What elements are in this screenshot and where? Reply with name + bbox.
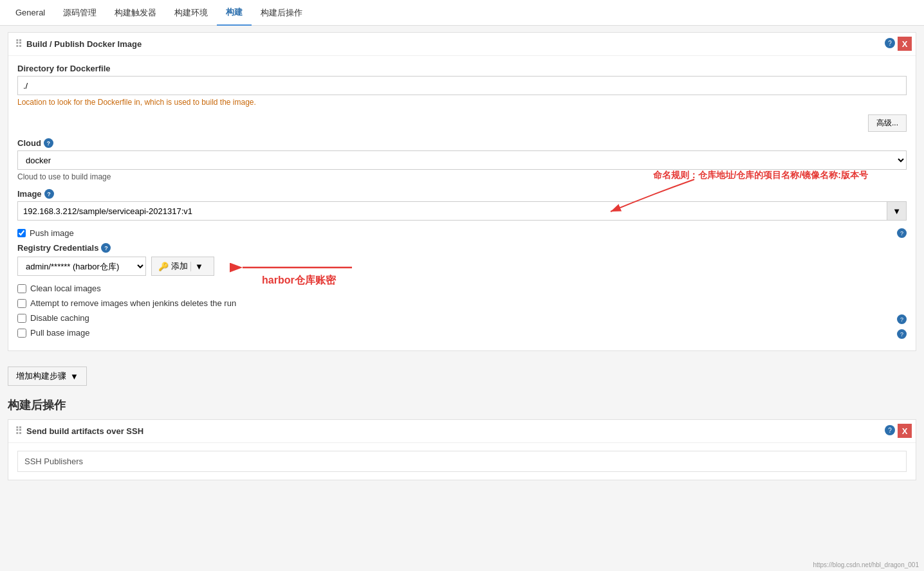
ssh-publishers-label: SSH Publishers bbox=[24, 457, 83, 466]
naming-rule-annotation: 命名规则：仓库地址/仓库的项目名称/镜像名称:版本号 bbox=[653, 170, 868, 181]
nav-tabs: General 源码管理 构建触发器 构建环境 构建 构建后操作 bbox=[0, 0, 924, 26]
directory-label: Directory for Dockerfile bbox=[17, 64, 907, 73]
push-image-label: Push image bbox=[30, 228, 74, 238]
disable-caching-label: Disable caching bbox=[30, 313, 89, 323]
image-help-icon[interactable]: ? bbox=[44, 189, 54, 199]
tab-build[interactable]: 构建 bbox=[217, 0, 252, 26]
ssh-publishers-area: SSH Publishers bbox=[17, 451, 907, 472]
clean-local-images-checkbox[interactable] bbox=[17, 284, 26, 293]
section-title: Build / Publish Docker Image bbox=[26, 39, 142, 49]
image-input[interactable] bbox=[17, 201, 887, 221]
clean-local-images-wrapper: Clean local images bbox=[17, 284, 907, 293]
registry-credentials-group: Registry Credentials ? admin/****** (har… bbox=[17, 243, 907, 276]
attempt-remove-checkbox[interactable] bbox=[17, 299, 26, 308]
attempt-remove-row: Attempt to remove images when jenkins de… bbox=[17, 298, 907, 308]
add-btn-dropdown-icon[interactable]: ▼ bbox=[190, 262, 207, 271]
ssh-section-close-button[interactable]: X bbox=[898, 424, 912, 438]
tab-env[interactable]: 构建环境 bbox=[165, 1, 217, 25]
add-step-row: 增加构建步骤 ▼ bbox=[8, 360, 916, 395]
push-image-help-icon[interactable]: ? bbox=[897, 228, 907, 238]
pull-base-image-row: Pull base image bbox=[17, 328, 907, 338]
disable-caching-help-icon[interactable]: ? bbox=[897, 314, 907, 324]
ssh-section-body: SSH Publishers bbox=[8, 443, 916, 480]
tab-general[interactable]: General bbox=[6, 1, 54, 24]
tab-post[interactable]: 构建后操作 bbox=[252, 1, 311, 25]
pull-base-image-label: Pull base image bbox=[30, 328, 90, 338]
image-label: Image ? bbox=[17, 189, 907, 199]
advanced-button[interactable]: 高级... bbox=[868, 114, 907, 132]
ssh-section-header: ⠿ Send build artifacts over SSH bbox=[8, 420, 916, 443]
cloud-select[interactable]: docker bbox=[17, 150, 907, 170]
section-header: ⠿ Build / Publish Docker Image bbox=[8, 33, 916, 56]
section-body: Directory for Dockerfile Location to loo… bbox=[8, 56, 916, 350]
registry-credentials-help-icon[interactable]: ? bbox=[101, 243, 111, 253]
clean-local-images-label: Clean local images bbox=[30, 284, 101, 293]
pull-base-image-checkbox[interactable] bbox=[17, 329, 26, 338]
attempt-remove-wrapper: Attempt to remove images when jenkins de… bbox=[17, 298, 907, 308]
push-image-checkbox[interactable] bbox=[17, 229, 26, 237]
cloud-label: Cloud ? bbox=[17, 138, 907, 148]
pull-base-image-wrapper: Pull base image ? bbox=[17, 328, 907, 338]
add-build-step-button[interactable]: 增加构建步骤 ▼ bbox=[8, 367, 87, 386]
pull-base-image-help-icon[interactable]: ? bbox=[897, 329, 907, 339]
registry-credentials-select[interactable]: admin/****** (harbor仓库) bbox=[17, 257, 146, 276]
add-step-dropdown-icon: ▼ bbox=[70, 372, 79, 381]
attempt-remove-label: Attempt to remove images when jenkins de… bbox=[30, 298, 236, 308]
image-dropdown-button[interactable]: ▼ bbox=[887, 201, 907, 221]
post-build-section-card: ⠿ Send build artifacts over SSH X ? SSH … bbox=[8, 419, 916, 480]
key-icon: 🔑 bbox=[158, 262, 169, 271]
section-help-icon[interactable]: ? bbox=[885, 38, 895, 48]
ssh-section-help-icon[interactable]: ? bbox=[885, 425, 895, 435]
ssh-drag-handle-icon: ⠿ bbox=[15, 425, 23, 437]
build-section-card: ⠿ Build / Publish Docker Image X ? Direc… bbox=[8, 32, 916, 351]
image-input-row: ▼ bbox=[17, 201, 907, 221]
disable-caching-wrapper: Disable caching ? bbox=[17, 313, 907, 323]
tab-source[interactable]: 源码管理 bbox=[54, 1, 106, 25]
registry-credentials-label: Registry Credentials ? bbox=[17, 243, 907, 253]
add-credentials-button[interactable]: 🔑 添加 ▼ bbox=[151, 257, 214, 276]
directory-hint: Location to look for the Dockerfile in, … bbox=[17, 98, 907, 107]
directory-input[interactable] bbox=[17, 76, 907, 95]
section-close-button[interactable]: X bbox=[898, 37, 912, 51]
push-image-row: Push image ? bbox=[17, 228, 907, 238]
cloud-help-icon[interactable]: ? bbox=[44, 138, 53, 148]
advanced-btn-row: 高级... bbox=[17, 114, 907, 132]
disable-caching-checkbox[interactable] bbox=[17, 314, 26, 323]
drag-handle-icon: ⠿ bbox=[15, 38, 23, 50]
registry-row: admin/****** (harbor仓库) 🔑 添加 ▼ bbox=[17, 257, 907, 276]
image-group: Image ? ▼ 命名规则：仓库地址/仓库的项目名称/镜像名称:版本号 bbox=[17, 189, 907, 221]
post-build-title: 构建后操作 bbox=[8, 397, 916, 413]
add-btn-label: 添加 bbox=[171, 260, 188, 272]
directory-group: Directory for Dockerfile Location to loo… bbox=[17, 64, 907, 107]
ssh-section-title: Send build artifacts over SSH bbox=[26, 426, 143, 436]
add-step-label: 增加构建步骤 bbox=[16, 370, 66, 382]
clean-local-images-row: Clean local images bbox=[17, 284, 907, 293]
tab-trigger[interactable]: 构建触发器 bbox=[106, 1, 165, 25]
disable-caching-row: Disable caching bbox=[17, 313, 907, 323]
main-content: ⠿ Build / Publish Docker Image X ? Direc… bbox=[0, 26, 924, 496]
